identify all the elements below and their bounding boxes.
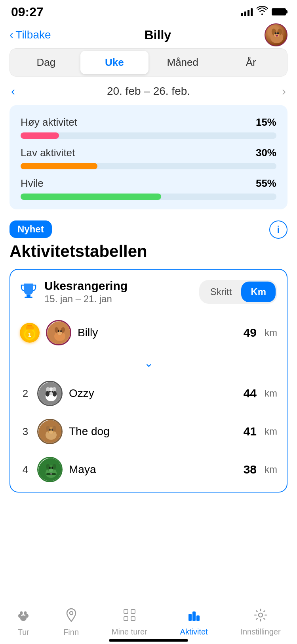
nav-innstillinger[interactable]: Innstillinger: [240, 608, 280, 636]
expand-line-right: [160, 363, 281, 363]
ranking-row-3: 3 The dog 41 km: [10, 412, 287, 450]
ranking-value-2: 44: [244, 387, 257, 400]
next-date-arrow[interactable]: ›: [282, 84, 286, 98]
activity-rest-bar-bg: [21, 194, 276, 200]
ranking-unit-1: km: [265, 327, 277, 338]
segment-control: Dag Uke Måned År: [10, 48, 287, 77]
svg-point-46: [49, 467, 51, 469]
home-indicator: [109, 639, 188, 642]
ranking-name-4: Maya: [69, 463, 237, 476]
ranking-header: Ukesrangering 15. jan – 21. jan Skritt K…: [10, 270, 287, 312]
ranking-name-2: Ozzy: [69, 387, 237, 400]
activity-row-low: Lav aktivitet 30%: [21, 147, 276, 169]
dog-avatar-img: [265, 24, 287, 46]
rank-num-2: 2: [20, 387, 31, 400]
svg-rect-64: [196, 615, 200, 621]
activity-low-pct: 30%: [256, 147, 276, 159]
activity-rest-bar-fill: [21, 194, 161, 200]
nav-mine-turer[interactable]: Mine turer: [112, 608, 147, 636]
toggle-skritt[interactable]: Skritt: [201, 282, 242, 302]
svg-point-21: [58, 330, 59, 332]
km-skritt-toggle: Skritt Km: [199, 280, 277, 304]
ranking-row-4: 4 Maya 38 km: [10, 450, 287, 492]
svg-rect-9: [25, 297, 32, 298]
ranking-card: Ukesrangering 15. jan – 21. jan Skritt K…: [10, 269, 287, 493]
segment-uke[interactable]: Uke: [80, 51, 149, 74]
nav-aktivitet[interactable]: Aktivitet: [180, 608, 208, 636]
chart-icon: [187, 608, 201, 625]
location-icon: [65, 608, 78, 625]
svg-rect-58: [131, 610, 135, 613]
toggle-km[interactable]: Km: [241, 282, 276, 302]
page-title: Billy: [144, 28, 171, 42]
activity-high-bar-bg: [21, 132, 276, 139]
activity-low-label: Lav aktivitet: [21, 147, 75, 159]
expand-chevron-icon[interactable]: ⌄: [144, 356, 153, 370]
ranking-value-4: 38: [244, 463, 257, 476]
svg-point-61: [127, 613, 128, 614]
segment-dag[interactable]: Dag: [12, 51, 80, 74]
svg-rect-59: [124, 617, 128, 621]
nav-finn[interactable]: Finn: [63, 608, 79, 637]
svg-point-7: [276, 35, 278, 36]
ranking-name-3: The dog: [69, 425, 237, 438]
ranking-title: Ukesrangering: [44, 279, 128, 293]
activity-rest-label: Hvile: [21, 177, 44, 190]
status-time: 09:27: [11, 5, 44, 19]
svg-point-32: [53, 391, 57, 397]
nav-mine-turer-label: Mine turer: [112, 627, 147, 636]
svg-text:1: 1: [28, 332, 31, 338]
paw-icon: [16, 608, 30, 625]
svg-rect-62: [188, 614, 192, 621]
date-range-label: 20. feb – 26. feb.: [107, 85, 190, 98]
avatar[interactable]: [265, 23, 287, 46]
ranking-name-1: Billy: [78, 326, 237, 339]
nav-finn-label: Finn: [63, 628, 79, 637]
battery-icon: [272, 8, 286, 15]
activity-row-high: Høy aktivitet 15%: [21, 116, 276, 139]
svg-rect-8: [27, 295, 30, 297]
svg-point-56: [70, 611, 73, 615]
aktivitet-title: Aktivitetstabellen: [10, 242, 287, 261]
svg-point-5: [274, 33, 276, 34]
date-navigator: ‹ 20. feb – 26. feb. ›: [0, 84, 297, 98]
ranking-value-1: 49: [244, 326, 257, 339]
svg-point-50: [50, 473, 52, 475]
activity-low-bar-bg: [21, 163, 276, 169]
svg-rect-14: [26, 326, 34, 330]
svg-point-39: [51, 429, 53, 431]
segment-maaned[interactable]: Måned: [148, 51, 217, 74]
activity-card: Høy aktivitet 15% Lav aktivitet 30% Hvil…: [10, 105, 287, 209]
wifi-icon: [257, 6, 268, 17]
segment-control-wrapper: Dag Uke Måned År: [0, 48, 297, 77]
gold-medal: 1: [20, 323, 40, 343]
back-button[interactable]: ‹ Tilbake: [10, 29, 51, 41]
svg-point-55: [24, 611, 27, 615]
nav-tur-label: Tur: [18, 628, 29, 637]
activity-high-bar-fill: [21, 132, 59, 139]
svg-rect-60: [131, 617, 135, 621]
prev-date-arrow[interactable]: ‹: [11, 84, 15, 98]
ranking-avatar-1: [46, 320, 71, 345]
ranking-avatar-2: [37, 381, 63, 406]
svg-point-31: [46, 391, 50, 397]
expand-row[interactable]: ⌄: [10, 352, 287, 374]
status-icons: [241, 6, 286, 17]
segment-aar[interactable]: År: [217, 51, 286, 74]
ranking-avatar-3: [37, 419, 63, 444]
ranking-unit-4: km: [265, 464, 277, 475]
trophy-icon: [20, 281, 37, 303]
status-bar: 09:27: [0, 0, 297, 21]
nav-header: ‹ Tilbake Billy: [0, 21, 297, 48]
nav-tur[interactable]: Tur: [16, 608, 30, 637]
svg-point-48: [49, 469, 53, 472]
info-icon[interactable]: i: [269, 220, 287, 239]
svg-point-30: [49, 392, 53, 395]
activity-row-rest: Hvile 55%: [21, 177, 276, 200]
svg-rect-63: [192, 611, 196, 621]
svg-point-6: [277, 33, 279, 34]
gear-icon: [254, 608, 267, 625]
grid-icon: [123, 608, 136, 625]
svg-point-54: [20, 611, 23, 615]
bottom-nav: Tur Finn Mine turer: [0, 603, 297, 644]
